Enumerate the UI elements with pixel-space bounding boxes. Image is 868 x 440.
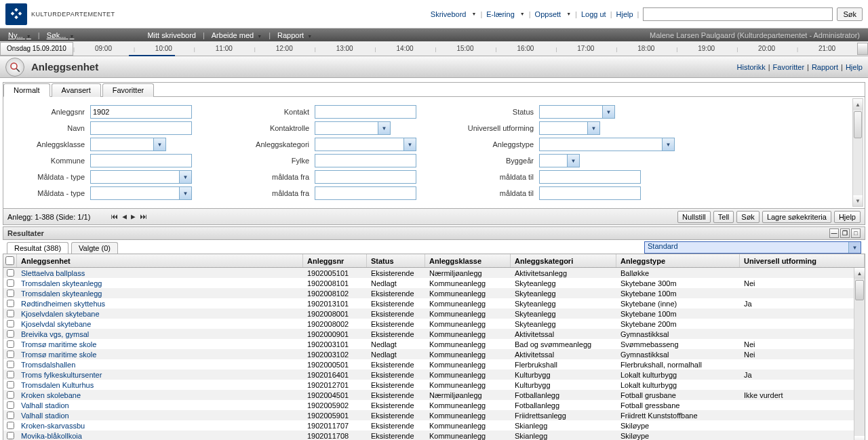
table-row[interactable]: Movika-blåkollkoia1902011708Eksisterende… xyxy=(3,431,865,440)
btn-hjelp[interactable]: Hjelp xyxy=(834,211,861,223)
nav-skrivebord[interactable]: Skrivebord xyxy=(431,10,467,18)
timeline-hour[interactable]: 18:00 xyxy=(616,45,676,52)
input-fylke[interactable] xyxy=(315,154,416,167)
table-row[interactable]: Tromsø maritime skole1902003102NedlagtKo… xyxy=(3,349,865,359)
scroll-down-icon[interactable]: ▼ xyxy=(853,195,863,206)
chevron-down-icon[interactable]: ▼ xyxy=(602,106,614,118)
col-anleggsklasse[interactable]: Anleggsklasse xyxy=(425,254,511,267)
timeline-scroll-handle[interactable] xyxy=(857,43,868,55)
col-checkbox[interactable] xyxy=(3,254,17,267)
timeline-hour[interactable]: 20:00 xyxy=(736,45,797,52)
timeline-hour[interactable]: 12:00 xyxy=(254,45,315,52)
row-checkbox[interactable] xyxy=(3,330,17,338)
col-anleggstype[interactable]: Anleggstype xyxy=(616,254,740,267)
table-row[interactable]: Slettaelva ballplass1902005101Eksisteren… xyxy=(3,268,865,278)
row-checkbox[interactable] xyxy=(3,391,17,399)
row-checkbox[interactable] xyxy=(3,320,17,327)
col-anleggsnr[interactable]: Anleggsnr xyxy=(303,254,367,267)
input-anleggsnr[interactable] xyxy=(90,105,192,119)
row-link[interactable]: Valhall stadion xyxy=(21,401,69,409)
timeline-date[interactable]: Onsdag 15.09.2010 xyxy=(0,42,73,56)
link-hjelp[interactable]: Hjelp xyxy=(846,63,863,71)
btn-lagre-sokekriteria[interactable]: Lagre søkekriteria xyxy=(762,211,831,223)
table-row[interactable]: Tromsdalshallen1902000501EksisterendeKom… xyxy=(3,359,865,369)
row-link[interactable]: Tromsø maritime skole xyxy=(21,351,96,359)
scroll-thumb[interactable] xyxy=(855,280,864,300)
scroll-thumb[interactable] xyxy=(854,111,862,138)
table-row[interactable]: Troms fylkeskultursenter1902016401Eksist… xyxy=(3,369,865,380)
nav-loggut[interactable]: Logg ut xyxy=(581,10,606,18)
input-maldata-fra-1[interactable] xyxy=(315,170,416,184)
row-link[interactable]: Tromsdalen Kulturhus xyxy=(21,381,94,389)
timeline-hour[interactable]: 19:00 xyxy=(676,45,736,52)
row-link[interactable]: Kroken skolebane xyxy=(21,391,81,399)
chevron-down-icon[interactable]: ▼ xyxy=(567,155,579,167)
col-anleggsenhet[interactable]: Anleggsenhet xyxy=(17,254,303,267)
row-link[interactable]: Movika-blåkollkoia xyxy=(21,432,82,440)
menu-arbeide-med[interactable]: Arbeide med ▼ xyxy=(209,31,264,39)
chevron-down-icon[interactable]: ▼ xyxy=(848,242,861,253)
nav-hjelp[interactable]: Hjelp xyxy=(616,10,633,18)
col-status[interactable]: Status xyxy=(367,254,425,267)
row-checkbox[interactable] xyxy=(3,279,17,287)
chevron-down-icon[interactable]: ▼ xyxy=(179,187,191,199)
link-favoritter[interactable]: Favoritter xyxy=(773,63,804,71)
select-byggar[interactable]: ▼ xyxy=(539,154,580,167)
menu-ny[interactable]: Ny... ▼ xyxy=(5,31,34,39)
row-checkbox[interactable] xyxy=(3,351,17,358)
row-checkbox[interactable] xyxy=(3,412,17,419)
row-checkbox[interactable] xyxy=(3,422,17,429)
chevron-down-icon[interactable]: ▼ xyxy=(587,122,599,134)
tab-favoritter[interactable]: Favoritter xyxy=(102,83,154,97)
tab-normalt[interactable]: Normalt xyxy=(3,83,50,97)
timeline-hour[interactable]: 10:00 xyxy=(134,45,194,52)
table-row[interactable]: Rødtindheimen skyttehus1902013101Eksiste… xyxy=(3,298,865,308)
search-button[interactable]: Søk xyxy=(837,7,863,21)
pager-controls[interactable]: ⏮◀▶⏭ xyxy=(111,212,151,221)
row-checkbox[interactable] xyxy=(3,269,17,277)
input-kommune[interactable] xyxy=(90,154,192,167)
timeline-hour[interactable]: 17:00 xyxy=(555,45,616,52)
maximize-icon[interactable]: □ xyxy=(851,228,861,238)
row-checkbox[interactable] xyxy=(3,300,17,307)
table-row[interactable]: Tromsdalen skyteanlegg1902008102Eksister… xyxy=(3,288,865,298)
timeline-hour[interactable]: 16:00 xyxy=(495,45,555,52)
menu-mitt-skrivebord[interactable]: Mitt skrivebord xyxy=(144,31,199,39)
timeline-hour[interactable]: 13:00 xyxy=(315,45,375,52)
grid-scrollbar[interactable]: ▲ ▼ xyxy=(854,268,865,440)
select-universell[interactable]: ▼ xyxy=(539,121,600,135)
row-checkbox[interactable] xyxy=(3,361,17,368)
row-link[interactable]: Tromsdalen skyteanlegg xyxy=(21,279,102,287)
input-maldata-til-2[interactable] xyxy=(539,186,641,200)
table-row[interactable]: Valhall stadion1902005902EksisterendeKom… xyxy=(3,400,865,410)
form-scrollbar[interactable]: ▲ ▼ xyxy=(852,98,863,207)
table-row[interactable]: Valhall stadion1902005901EksisterendeKom… xyxy=(3,410,865,420)
timeline-hour[interactable]: 11:00 xyxy=(194,45,254,52)
tab-avansert[interactable]: Avansert xyxy=(52,83,101,97)
row-checkbox[interactable] xyxy=(3,310,17,317)
btn-sok[interactable]: Søk xyxy=(736,211,760,223)
select-anleggstype[interactable]: ▼ xyxy=(539,138,675,151)
timeline-hour[interactable]: 21:00 xyxy=(797,45,857,52)
col-anleggskategori[interactable]: Anleggskategori xyxy=(511,254,616,267)
select-maldata-type-2[interactable]: ▼ xyxy=(90,186,192,200)
row-link[interactable]: Kjoselvdalen skytebane xyxy=(21,310,100,318)
input-kontakt[interactable] xyxy=(315,105,416,119)
menu-sok[interactable]: Søk... ▼ xyxy=(44,31,77,39)
btn-tell[interactable]: Tell xyxy=(713,211,734,223)
table-row[interactable]: Kroken-skarvassbu1902011707EksisterendeK… xyxy=(3,420,865,431)
row-link[interactable]: Tromsø maritime skole xyxy=(21,340,96,348)
select-anleggskategori[interactable]: ▼ xyxy=(315,138,416,151)
chevron-down-icon[interactable]: ▼ xyxy=(662,138,674,151)
row-checkbox[interactable] xyxy=(3,371,17,378)
link-historikk[interactable]: Historikk xyxy=(737,63,766,71)
restore-icon[interactable]: ❐ xyxy=(840,228,850,238)
select-kontaktrolle[interactable]: ▼ xyxy=(315,121,391,135)
tab-valgte[interactable]: Valgte (0) xyxy=(71,242,118,254)
row-link[interactable]: Breivika vgs, gymsal xyxy=(21,330,89,338)
nav-oppsett[interactable]: Oppsett xyxy=(535,10,561,18)
link-rapport[interactable]: Rapport xyxy=(812,63,838,71)
row-link[interactable]: Tromsdalshallen xyxy=(21,361,75,369)
row-link[interactable]: Valhall stadion xyxy=(21,412,69,420)
table-row[interactable]: Kjoselvdalen skytebane1902008001Eksister… xyxy=(3,308,865,319)
